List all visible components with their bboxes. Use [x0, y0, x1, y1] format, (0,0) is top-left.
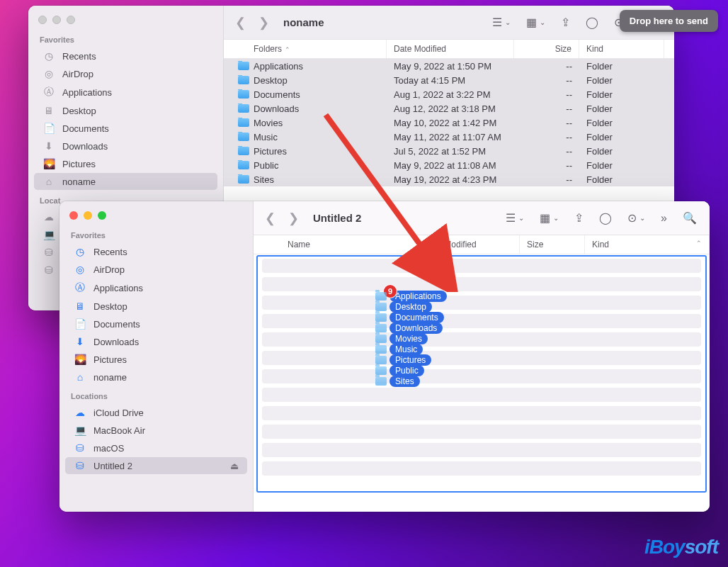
- sidebar-item-label: macOS: [93, 443, 124, 454]
- folder-icon: [238, 161, 249, 169]
- tag-icon[interactable]: ◯: [595, 210, 616, 226]
- sidebar-item-label: noname: [93, 372, 127, 383]
- desktop-icon: 🖥: [42, 105, 55, 116]
- group-icon[interactable]: ▦ ⌄: [522, 14, 550, 30]
- sidebar-item-recents[interactable]: ◷Recents: [65, 243, 247, 260]
- folder-icon: [375, 335, 387, 343]
- overflow-icon[interactable]: »: [656, 210, 671, 226]
- drop-toast: Drop here to send: [620, 10, 718, 32]
- drag-item: Movies: [375, 333, 447, 344]
- sidebar-item-downloads[interactable]: ⬇Downloads: [34, 137, 217, 155]
- drag-item: Desktop: [375, 301, 447, 313]
- sidebar-item-applications[interactable]: ⒶApplications: [34, 83, 217, 101]
- sidebar-item-label: Pictures: [62, 159, 96, 169]
- drag-item: Music: [375, 344, 447, 355]
- forward-button[interactable]: ❯: [256, 15, 272, 30]
- watermark: iBoysoft: [644, 536, 718, 558]
- sidebar-item-applications[interactable]: ⒶApplications: [65, 279, 247, 297]
- sidebar-item-pictures[interactable]: 🌄Pictures: [34, 155, 217, 172]
- sidebar-item-untitled-2[interactable]: ⛁Untitled 2⏏: [65, 457, 247, 474]
- disk-icon: ⛁: [74, 460, 86, 471]
- sidebar-item-documents[interactable]: 📄Documents: [65, 315, 247, 332]
- airdrop-icon: ◎: [42, 68, 55, 79]
- search-icon[interactable]: 🔍: [678, 210, 701, 226]
- table-row[interactable]: DocumentsAug 1, 2022 at 3:22 PM--Folder: [224, 87, 674, 101]
- picture-icon: 🌄: [42, 158, 55, 169]
- annotation-arrow: [319, 108, 460, 295]
- sidebar-item-label: Downloads: [62, 141, 108, 152]
- sidebar-item-downloads[interactable]: ⬇Downloads: [65, 333, 247, 350]
- sidebar-item-desktop[interactable]: 🖥Desktop: [65, 298, 247, 315]
- sidebar-item-pictures[interactable]: 🌄Pictures: [65, 351, 247, 368]
- table-row[interactable]: ApplicationsMay 9, 2022 at 1:50 PM--Fold…: [224, 59, 674, 73]
- sidebar-item-macbook-air[interactable]: 💻MacBook Air: [65, 422, 247, 439]
- sidebar-item-label: Applications: [62, 87, 112, 98]
- sidebar-item-label: Desktop: [62, 106, 96, 116]
- group-icon[interactable]: ▦ ⌄: [535, 210, 563, 226]
- disk-icon: ⛁: [74, 442, 86, 454]
- drag-item: Public: [375, 365, 447, 376]
- doc-icon: 📄: [74, 318, 86, 330]
- forward-button[interactable]: ❯: [285, 210, 302, 226]
- traffic-lights[interactable]: [28, 6, 223, 30]
- airdrop-icon: ◎: [74, 264, 86, 275]
- sidebar-item-label: Applications: [93, 283, 143, 293]
- share-icon[interactable]: ⇪: [570, 210, 588, 226]
- folder-icon: [238, 133, 249, 141]
- folder-icon: [238, 118, 249, 127]
- sidebar-item-noname[interactable]: ⌂noname: [34, 173, 217, 190]
- traffic-lights[interactable]: [59, 201, 253, 225]
- minimize-icon[interactable]: [84, 211, 92, 220]
- doc-icon: 📄: [42, 123, 55, 134]
- folder-icon: [375, 345, 387, 354]
- sidebar-item-icloud-drive[interactable]: ☁︎iCloud Drive: [65, 404, 247, 421]
- table-row[interactable]: DesktopToday at 4:15 PM--Folder: [224, 73, 674, 87]
- home-icon: ⌂: [74, 371, 86, 383]
- sidebar-item-airdrop[interactable]: ◎AirDrop: [34, 65, 217, 82]
- home-icon: ⌂: [42, 176, 55, 187]
- sidebar-item-label: Desktop: [93, 301, 127, 312]
- folder-icon: [375, 356, 387, 364]
- tag-icon[interactable]: ◯: [581, 14, 603, 30]
- close-icon[interactable]: [69, 211, 78, 220]
- sidebar-item-documents[interactable]: 📄Documents: [34, 120, 217, 137]
- download-icon: ⬇: [74, 336, 86, 347]
- action-icon[interactable]: ⊙ ⌄: [623, 210, 649, 226]
- share-icon[interactable]: ⇪: [557, 14, 574, 30]
- drag-preview: 9 ApplicationsDesktopDocumentsDownloadsM…: [375, 291, 447, 386]
- sidebar-item-noname[interactable]: ⌂noname: [65, 369, 247, 386]
- sidebar-item-label: AirDrop: [93, 264, 125, 275]
- folder-icon: [375, 377, 387, 386]
- sidebar: Favorites ◷Recents◎AirDropⒶApplications🖥…: [59, 201, 254, 512]
- favorites-label: Favorites: [28, 30, 223, 47]
- sidebar-item-label: Documents: [62, 123, 109, 134]
- folder-icon: [375, 303, 387, 311]
- view-list-icon[interactable]: ☰ ⌄: [501, 210, 528, 226]
- back-button[interactable]: ❮: [262, 210, 278, 226]
- column-header[interactable]: Folders⌃ Date Modified Size Kind: [224, 40, 674, 59]
- folder-icon: [375, 292, 387, 301]
- clock-icon: ◷: [74, 246, 86, 257]
- laptop-icon: 💻: [42, 229, 55, 240]
- sidebar-item-macos[interactable]: ⛁macOS: [65, 439, 247, 456]
- back-button[interactable]: ❮: [232, 15, 249, 30]
- sidebar-item-recents[interactable]: ◷Recents: [34, 47, 217, 64]
- cloud-icon: ☁︎: [42, 211, 55, 223]
- favorites-label: Favorites: [59, 225, 253, 242]
- sidebar-item-airdrop[interactable]: ◎AirDrop: [65, 261, 247, 278]
- toolbar: ❮ ❯ noname ☰ ⌄ ▦ ⌄ ⇪ ◯ ⊙ ⌄ 🔍: [224, 6, 674, 40]
- sidebar-item-label: Downloads: [93, 337, 139, 347]
- folder-icon: [375, 324, 387, 332]
- drag-item: Sites: [375, 376, 447, 387]
- desktop-icon: 🖥: [74, 301, 86, 312]
- disk-icon: ⛁: [42, 264, 55, 276]
- eject-icon[interactable]: ⏏: [230, 461, 239, 471]
- drag-item: Pictures: [375, 354, 447, 366]
- view-list-icon[interactable]: ☰ ⌄: [488, 14, 515, 30]
- folder-icon: [238, 175, 249, 184]
- zoom-icon[interactable]: [98, 211, 106, 220]
- sidebar-item-desktop[interactable]: 🖥Desktop: [34, 102, 217, 119]
- folder-icon: [238, 76, 249, 84]
- grid-icon: Ⓐ: [42, 86, 55, 99]
- folder-icon: [375, 313, 387, 322]
